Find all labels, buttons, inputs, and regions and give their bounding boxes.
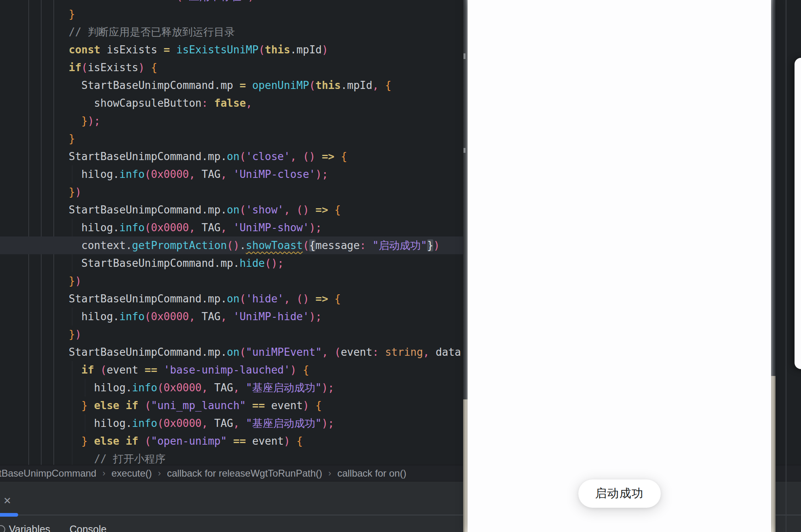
breadcrumb-item[interactable]: callback for releaseWgtToRunPath() — [167, 468, 322, 479]
close-icon[interactable]: ✕ — [3, 496, 11, 506]
code-line[interactable]: if(isExists) { — [0, 59, 463, 76]
code-line[interactable]: StartBaseUnimpCommand.mp.on('show', () =… — [0, 201, 463, 219]
toast: 启动成功 — [578, 479, 661, 508]
tab-variables[interactable]: Variables — [9, 524, 50, 532]
code-line[interactable]: // 打开小程序 — [0, 450, 463, 465]
breadcrumb-separator-icon: › — [328, 468, 331, 479]
code-lines[interactable]: throw new Error('应用不存在')}// 判断应用是否已释放到运行… — [0, 0, 463, 465]
code-line[interactable]: if (event == 'base-unimp-lauched') { — [0, 361, 463, 379]
floating-side-window[interactable] — [795, 58, 801, 369]
code-line[interactable]: }) — [0, 325, 463, 343]
scrollbar-mark — [464, 148, 466, 153]
code-line[interactable]: StartBaseUnimpCommand.mp.on('hide', () =… — [0, 290, 463, 308]
code-line[interactable]: hilog.info(0x0000, TAG, 'UniMP-close'); — [0, 165, 463, 183]
code-line[interactable]: // 判断应用是否已释放到运行目录 — [0, 23, 463, 41]
breadcrumb-item[interactable]: tBaseUnimpCommand — [0, 468, 96, 479]
code-line[interactable]: StartBaseUnimpCommand.mp.on("uniMPEvent"… — [0, 343, 463, 361]
scrollbar-mark — [464, 53, 466, 59]
editor-scrollbar[interactable] — [463, 0, 468, 399]
previewer-right-edge — [771, 0, 776, 376]
code-line[interactable]: showCapsuleButton: false, — [0, 94, 463, 112]
code-line[interactable]: } else if ("uni_mp_launch" == event) { — [0, 397, 463, 414]
code-editor[interactable]: throw new Error('应用不存在')}// 判断应用是否已释放到运行… — [0, 0, 463, 465]
panel-divider-line — [786, 0, 786, 532]
code-line[interactable]: throw new Error('应用不存在') — [0, 0, 463, 5]
breadcrumb-separator-icon: › — [102, 468, 105, 479]
breadcrumb-separator-icon: › — [158, 468, 161, 479]
breadcrumb-item[interactable]: execute() — [112, 468, 152, 479]
code-line[interactable]: StartBaseUnimpCommand.mp = openUniMP(thi… — [0, 76, 463, 94]
code-line[interactable]: hilog.info(0x0000, TAG, "基座启动成功"); — [0, 379, 463, 397]
code-line[interactable]: StartBaseUnimpCommand.mp.hide(); — [0, 254, 463, 272]
previewer-right-edge — [771, 376, 776, 532]
code-line[interactable]: } — [0, 130, 463, 148]
code-line[interactable]: StartBaseUnimpCommand.mp.on('close', () … — [0, 148, 463, 165]
breadcrumb[interactable]: tBaseUnimpCommand›execute()›callback for… — [0, 465, 406, 481]
code-line[interactable]: } else if ("open-unimp" == event) { — [0, 432, 463, 450]
previewer-left-edge — [463, 399, 468, 532]
breadcrumb-item[interactable]: callback for on() — [337, 468, 407, 479]
code-line[interactable]: hilog.info(0x0000, TAG, 'UniMP-show'); — [0, 219, 463, 236]
code-line[interactable]: }) — [0, 272, 463, 290]
previewer-screen[interactable]: 启动成功 — [468, 0, 771, 532]
progress-bar — [0, 513, 18, 517]
code-line[interactable]: }); — [0, 112, 463, 130]
code-line[interactable]: }) — [0, 183, 463, 201]
tab-console[interactable]: Console — [70, 524, 107, 532]
code-line[interactable]: } — [0, 5, 463, 23]
code-line[interactable]: const isExists = isExistsUniMP(this.mpId… — [0, 41, 463, 59]
code-line[interactable]: hilog.info(0x0000, TAG, 'UniMP-hide'); — [0, 308, 463, 325]
variables-tab-icon — [0, 525, 5, 532]
code-line[interactable]: hilog.info(0x0000, TAG, "基座启动成功"); — [0, 414, 463, 432]
code-line[interactable]: context.getPromptAction().showToast({mes… — [0, 236, 463, 254]
